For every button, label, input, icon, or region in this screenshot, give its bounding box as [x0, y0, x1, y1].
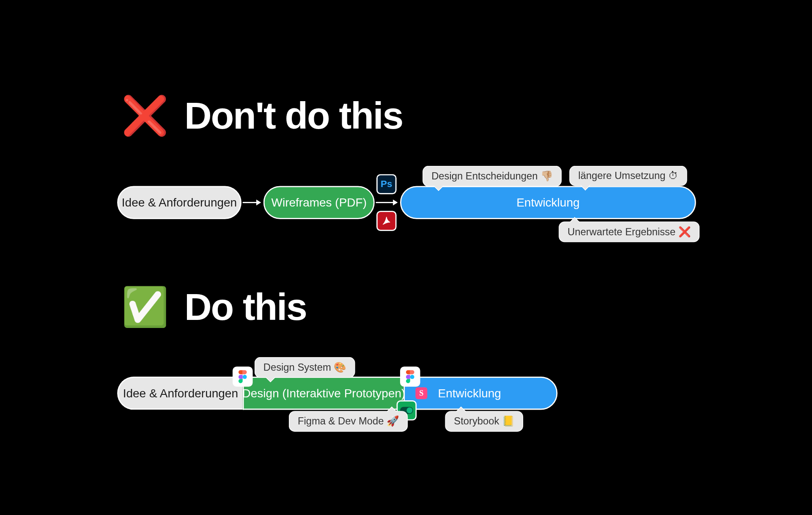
pill-dev-do-label: Entwicklung [438, 386, 501, 400]
pill-dev-do: S Entwicklung [403, 377, 557, 410]
heading-dont: ❌ Don't do this [121, 96, 403, 135]
badge-design-system: Design System 🎨 [255, 357, 355, 378]
pill-wireframes-label: Wireframes (PDF) [272, 196, 367, 209]
cross-mark-icon: ❌ [121, 96, 168, 135]
badge-storybook-label: Storybook 📒 [454, 415, 514, 427]
badge-storybook: Storybook 📒 [445, 411, 523, 432]
photoshop-icon: Ps [376, 174, 397, 194]
heading-do: ✅ Do this [121, 288, 307, 326]
pill-dev-dont: Entwicklung [400, 186, 696, 219]
pill-idea-dont: Idee & Anforderungen [117, 186, 241, 219]
pill-idea-dont-label: Idee & Anforderungen [122, 196, 237, 209]
photoshop-icon-label: Ps [381, 179, 392, 190]
pdf-icon [376, 211, 397, 231]
arrow-1 [243, 202, 261, 203]
figma-icon-right [400, 366, 420, 387]
badge-longer: längere Umsetzung ⏱ [569, 166, 687, 186]
pill-design-label: Design (Interaktive Prototypen) [242, 386, 406, 400]
badge-design-system-label: Design System 🎨 [263, 361, 346, 374]
arrow-2 [376, 202, 397, 203]
heading-do-text: Do this [184, 288, 307, 326]
pill-design: Design (Interaktive Prototypen) [243, 377, 404, 410]
pill-dev-dont-label: Entwicklung [516, 196, 579, 209]
heading-dont-text: Don't do this [184, 96, 403, 135]
badge-longer-label: längere Umsetzung ⏱ [578, 170, 678, 182]
badge-design-decisions: Design Entscheidungen 👎🏼 [422, 166, 562, 187]
check-mark-icon: ✅ [121, 288, 168, 326]
badge-unexpected: Unerwartete Ergebnisse ❌ [559, 221, 700, 242]
pill-wireframes: Wireframes (PDF) [263, 186, 375, 219]
badge-unexpected-label: Unerwartete Ergebnisse ❌ [568, 226, 691, 238]
pill-idea-do: Idee & Anforderungen [117, 377, 243, 410]
pill-idea-do-label: Idee & Anforderungen [123, 386, 238, 400]
storybook-icon-inline: S [415, 387, 427, 399]
badge-figma-dev-label: Figma & Dev Mode 🚀 [298, 415, 399, 427]
badge-design-decisions-label: Design Entscheidungen 👎🏼 [431, 170, 553, 182]
figma-icon-left [233, 366, 253, 387]
figma-logo-icon [406, 370, 414, 383]
figma-logo-icon [239, 370, 247, 383]
acrobat-glyph-icon [381, 215, 392, 226]
badge-figma-dev: Figma & Dev Mode 🚀 [289, 411, 408, 432]
